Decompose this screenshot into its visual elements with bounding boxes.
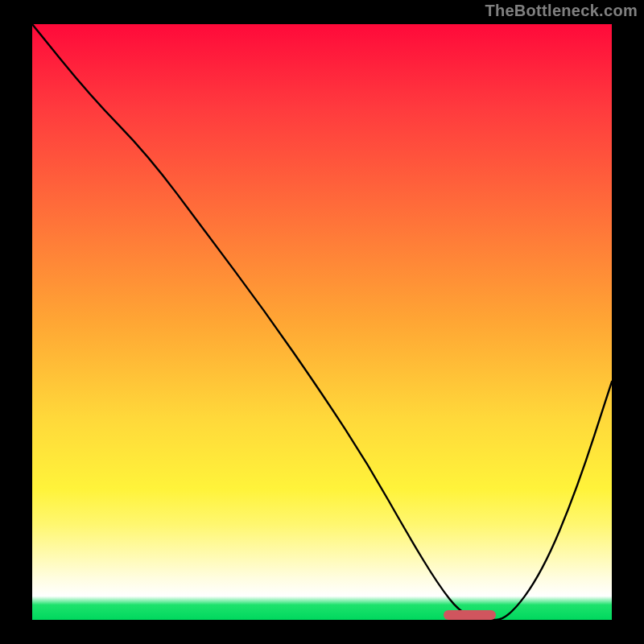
optimal-range-marker — [444, 610, 496, 620]
chart-plot-area — [32, 24, 612, 620]
bottleneck-curve — [32, 24, 612, 620]
watermark-text: TheBottleneck.com — [485, 2, 638, 20]
page-root: TheBottleneck.com — [0, 0, 644, 644]
curve-path — [32, 24, 612, 620]
